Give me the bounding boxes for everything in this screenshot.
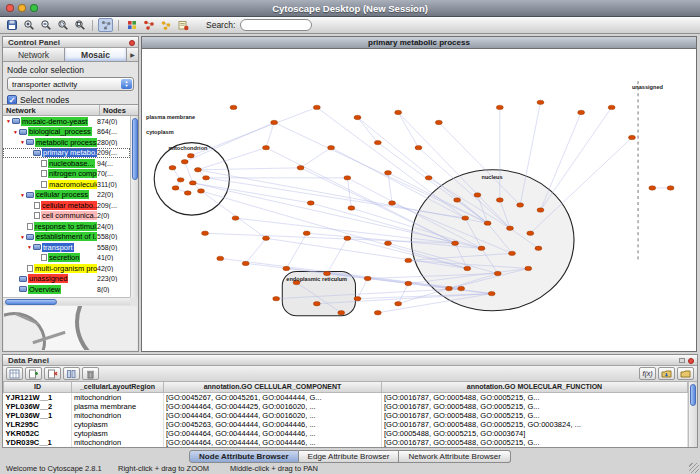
table-cell[interactable]: mitochondrion [72, 438, 164, 447]
network-node[interactable] [189, 181, 196, 185]
network-node[interactable] [649, 186, 656, 190]
zoom-window-button[interactable] [30, 4, 38, 12]
network-node[interactable] [389, 201, 396, 205]
network-node[interactable] [328, 145, 335, 149]
tree-item-cell-communica[interactable]: cell communica...2(0) [3, 211, 130, 222]
network-node[interactable] [230, 105, 237, 109]
table-row[interactable]: YPL036W__1mitochondrion[GO:0044464, GO:0… [4, 411, 688, 420]
tab-network[interactable]: Network [3, 48, 65, 61]
search-input[interactable] [240, 19, 312, 31]
column-header[interactable]: ID [4, 382, 72, 392]
tree-item-macromolecule[interactable]: macromolecule...311(0) [3, 179, 130, 190]
network-node[interactable] [405, 258, 412, 262]
network-node[interactable] [478, 246, 485, 250]
network-node[interactable] [348, 206, 355, 210]
network-node[interactable] [374, 140, 381, 144]
zoom-out-button[interactable] [38, 18, 53, 32]
network-node[interactable] [537, 208, 544, 212]
tree-item-cellular-metabo[interactable]: cellular metabo...209(... [3, 200, 130, 211]
table-cell[interactable]: [GO:0016787, GO:0005488, GO:0005215, G..… [382, 402, 688, 411]
table-cell[interactable]: [GO:0005488, GO:0005215, GO:0003674] [382, 429, 688, 438]
table-cell[interactable]: [GO:0016787, GO:0005488, GO:0005215, G..… [382, 438, 688, 447]
float-panel-icon[interactable] [679, 358, 685, 363]
network-node[interactable] [242, 261, 249, 265]
scrollbar-thumb[interactable] [690, 384, 696, 406]
network-node[interactable] [395, 110, 402, 114]
birdseye-view[interactable] [4, 306, 137, 350]
network-node[interactable] [273, 296, 280, 300]
tree-item-overview[interactable]: Overview8(0) [3, 284, 130, 295]
network-node[interactable] [187, 153, 194, 157]
network-canvas[interactable]: plasma membrane cytoplasm mitochondrion … [142, 49, 696, 351]
tree-item-establishment-of-l[interactable]: ▼establishment of l...558(0) [3, 232, 130, 243]
network-node[interactable] [462, 216, 469, 220]
tree-item-unassigned[interactable]: unassigned223(0) [3, 274, 130, 285]
network-node[interactable] [525, 266, 532, 270]
table-cell[interactable]: mitochondrion [72, 411, 164, 420]
table-cell[interactable]: YLR295C [4, 420, 72, 429]
table-row[interactable]: YKR052Ccytoplasm[GO:0044464, GO:0044444,… [4, 429, 688, 438]
network-node[interactable] [217, 256, 224, 260]
network-node[interactable] [435, 120, 442, 124]
equation-builder-button[interactable]: f(x) [639, 367, 656, 380]
network-node[interactable] [232, 216, 239, 220]
tree-horizontal-scrollbar[interactable] [3, 297, 130, 305]
tab-overflow-arrow-icon[interactable]: ▶ [127, 48, 138, 61]
nodes-column-header[interactable]: Nodes [100, 105, 138, 115]
network-node[interactable] [385, 241, 392, 245]
tree-expand-arrow-icon[interactable]: ▼ [19, 139, 26, 145]
tree-item-secretion[interactable]: secretion41(0) [3, 253, 130, 264]
network-node[interactable] [395, 301, 402, 305]
vizmapper-button[interactable] [124, 18, 139, 32]
tree-item-mosaic-demo-yeast[interactable]: ▼mosaic-demo-yeast874(0) [3, 116, 130, 127]
network-node[interactable] [344, 236, 351, 240]
network-node[interactable] [425, 176, 432, 180]
network-node[interactable] [464, 266, 471, 270]
network-node[interactable] [354, 115, 361, 119]
tree-item-biological-process[interactable]: ▼biological_process864(... [3, 127, 130, 138]
network-node[interactable] [297, 166, 304, 170]
network-node[interactable] [667, 186, 674, 190]
network-node[interactable] [458, 286, 465, 290]
table-row[interactable]: YPL036W__2plasma membrane[GO:0044464, GO… [4, 402, 688, 411]
tree-item-response-to-stimul[interactable]: response to stimul...24(0) [3, 221, 130, 232]
tree-item-nucleobase[interactable]: nucleobase...94(... [3, 158, 130, 169]
create-network-button[interactable] [141, 18, 156, 32]
column-header[interactable]: _cellularLayoutRegion [72, 382, 164, 392]
save-button[interactable] [4, 18, 19, 32]
network-node[interactable] [446, 286, 453, 290]
tree-expand-arrow-icon[interactable]: ▼ [19, 192, 26, 198]
network-node[interactable] [507, 226, 514, 230]
title-bar[interactable]: Cytoscape Desktop (New Session) [0, 0, 700, 17]
network-node[interactable] [177, 178, 184, 182]
network-node[interactable] [517, 203, 524, 207]
resize-grip[interactable] [689, 463, 699, 473]
table-cell[interactable]: [GO:0044464, GO:0044444, GO:0016020, ... [164, 411, 382, 420]
network-node[interactable] [271, 120, 278, 124]
network-node[interactable] [509, 251, 516, 255]
tree-expand-arrow-icon[interactable]: ▼ [12, 129, 19, 135]
table-cell[interactable]: YKR052C [4, 429, 72, 438]
tab-mosaic[interactable]: Mosaic [65, 48, 127, 61]
table-cell[interactable]: mitochondrion [72, 392, 164, 402]
network-node[interactable] [354, 296, 361, 300]
network-node[interactable] [415, 145, 422, 149]
column-header[interactable]: annotation.GO MOLECULAR_FUNCTION [382, 382, 688, 392]
table-cell[interactable]: YPL036W__2 [4, 402, 72, 411]
tree-item-transport[interactable]: ▼transport558(0) [3, 242, 130, 253]
network-node[interactable] [496, 198, 503, 202]
network-node[interactable] [338, 311, 345, 315]
table-cell[interactable]: cytoplasm [72, 429, 164, 438]
network-node[interactable] [374, 311, 381, 315]
scrollbar-thumb[interactable] [132, 118, 138, 180]
table-cell[interactable]: [GO:0044464, GO:0044444, GO:0044446, ... [164, 438, 382, 447]
network-node[interactable] [535, 246, 542, 250]
minimize-window-button[interactable] [18, 4, 26, 12]
tab-network-attribute-browser[interactable]: Network Attribute Browser [399, 450, 510, 463]
network-node[interactable] [474, 193, 481, 197]
table-cell[interactable]: [GO:0016787, GO:0005488, GO:0005215, G..… [382, 392, 688, 402]
network-node[interactable] [452, 241, 459, 245]
close-panel-icon[interactable] [688, 358, 694, 364]
annotation-button[interactable] [175, 18, 190, 32]
zoom-fit-button[interactable] [72, 18, 87, 32]
